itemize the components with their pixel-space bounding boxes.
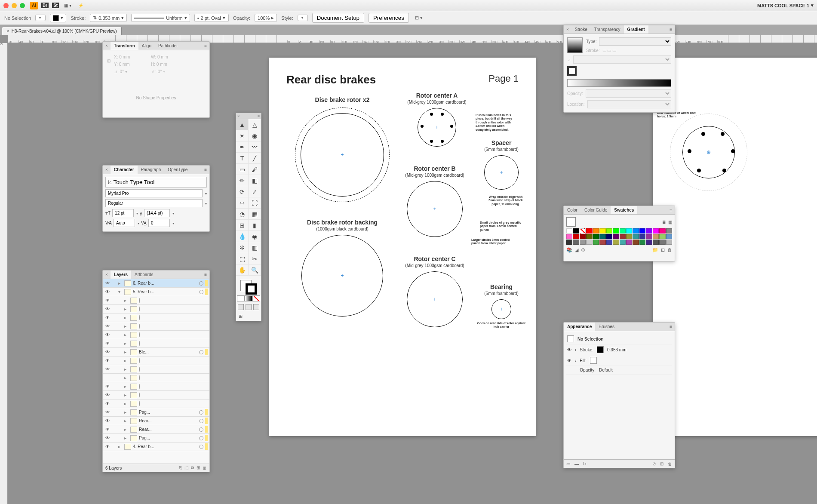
tab-transparency[interactable]: Transparency	[591, 25, 624, 34]
swatch[interactable]	[613, 240, 619, 245]
panel-menu-icon[interactable]: ≡	[667, 206, 675, 214]
swatch[interactable]	[606, 240, 612, 245]
visibility-icon[interactable]: 👁	[104, 384, 111, 389]
swatch[interactable]	[653, 234, 659, 239]
swatch[interactable]	[580, 228, 586, 234]
document-setup-button[interactable]: Document Setup	[312, 13, 364, 23]
tab-layers[interactable]: Layers	[111, 270, 131, 279]
visibility-icon[interactable]: 👁	[104, 410, 111, 415]
curvature-tool[interactable]: 〰	[249, 141, 261, 153]
opacity-input[interactable]: 100% ▸	[255, 14, 277, 22]
pen-tool[interactable]: ✒	[236, 141, 249, 153]
gpu-icon[interactable]: ⚡	[77, 2, 85, 9]
edit-toolbar-icon[interactable]: ⊞	[236, 312, 261, 321]
disclosure-icon[interactable]: ▸	[124, 427, 129, 432]
zoom-window[interactable]	[20, 3, 25, 8]
eraser-tool[interactable]: ◧	[249, 175, 261, 186]
layer-row[interactable]: 👁 ▸	[103, 322, 209, 331]
disclosure-icon[interactable]: ▸	[124, 307, 129, 311]
tab-brushes[interactable]: Brushes	[595, 323, 618, 331]
tab-artboards[interactable]: Artboards	[131, 270, 157, 279]
gradient-preview[interactable]	[567, 37, 583, 53]
target-icon[interactable]	[199, 410, 203, 415]
panel-close-icon[interactable]: ×	[237, 114, 240, 118]
stroke-dropdown[interactable]: ▾	[50, 14, 66, 22]
zoom-tool[interactable]: 🔍	[249, 264, 261, 276]
target-icon[interactable]	[139, 393, 140, 397]
shape-builder-tool[interactable]: ◔	[236, 209, 249, 220]
visibility-icon[interactable]: 👁	[104, 332, 111, 337]
brush-dropdown[interactable]: • 2 pt. Oval ▾	[194, 14, 229, 22]
slice-tool[interactable]: ✂	[249, 253, 261, 264]
swatch[interactable]	[613, 228, 619, 234]
swatch[interactable]	[573, 228, 579, 234]
bridge-icon[interactable]: Br	[41, 3, 49, 8]
stroke-profile-dropdown[interactable]: Uniform ▾	[131, 14, 190, 22]
visibility-icon[interactable]: 👁	[104, 315, 111, 320]
swatch[interactable]	[593, 228, 599, 234]
layer-row[interactable]: 👁 ▸	[103, 391, 209, 400]
layer-row[interactable]: 👁 ▸	[103, 313, 209, 322]
tab-transform[interactable]: Transform	[111, 42, 138, 50]
swatch[interactable]	[666, 228, 672, 234]
disclosure-icon[interactable]: ▸	[124, 418, 129, 423]
tab-appearance[interactable]: Appearance	[564, 323, 595, 331]
tab-close-icon[interactable]: ×	[6, 29, 9, 34]
panel-close-icon[interactable]: ×	[103, 166, 111, 173]
visibility-icon[interactable]: 👁	[104, 444, 111, 449]
swatch[interactable]	[639, 228, 645, 234]
layer-row[interactable]: 👁 ▸	[103, 296, 209, 305]
swatch[interactable]	[580, 240, 586, 245]
tab-character[interactable]: Character	[111, 166, 138, 174]
add-effect-icon[interactable]: fx.	[583, 461, 588, 466]
layer-row[interactable]: ▸	[103, 374, 209, 382]
layer-name[interactable]	[139, 324, 208, 329]
swatch[interactable]	[633, 240, 639, 245]
layer-name[interactable]	[139, 307, 208, 311]
target-icon[interactable]	[139, 375, 140, 380]
target-icon[interactable]	[139, 341, 140, 346]
shaper-tool[interactable]: ✏	[236, 175, 249, 186]
disclosure-icon[interactable]: ▸	[124, 367, 129, 372]
direct-selection-tool[interactable]: △	[249, 119, 261, 130]
make-clip-icon[interactable]: ⬚	[184, 465, 188, 470]
visibility-icon[interactable]: 👁	[104, 350, 111, 354]
target-icon[interactable]	[139, 384, 140, 389]
locate-icon[interactable]: ⎘	[179, 465, 182, 470]
visibility-icon[interactable]: 👁	[104, 367, 111, 372]
tab-stroke[interactable]: Stroke	[571, 25, 591, 34]
target-icon[interactable]	[199, 436, 203, 440]
target-icon[interactable]	[139, 367, 140, 372]
swatch[interactable]	[606, 234, 612, 239]
style-dropdown[interactable]	[298, 15, 308, 21]
layer-name[interactable]: 6. Rear b...	[133, 281, 197, 286]
close-window[interactable]	[3, 3, 9, 8]
target-icon[interactable]	[199, 290, 203, 294]
document-tab[interactable]: × H3-Rear-Brakes-v04.ai @ 100% (CMYK/GPU…	[2, 27, 122, 35]
swatch[interactable]	[573, 234, 579, 239]
swatch[interactable]	[666, 234, 672, 239]
layer-row[interactable]: 👁 ▸ Rear...	[103, 425, 209, 434]
disclosure-icon[interactable]: ▸	[124, 298, 129, 303]
add-fill-icon[interactable]: ▬	[574, 461, 579, 466]
artboard-tool[interactable]: ⬚	[236, 253, 249, 264]
lasso-tool[interactable]: ◉	[249, 130, 261, 141]
rectangle-tool[interactable]: ▭	[236, 164, 249, 175]
swatch[interactable]	[586, 234, 592, 239]
layer-row[interactable]: 👁 ▾ 5. Rear b...	[103, 288, 209, 296]
disclosure-icon[interactable]: ▸	[118, 444, 123, 449]
blend-tool[interactable]: ◉	[249, 231, 261, 242]
screen-mode-buttons[interactable]	[236, 302, 261, 312]
tab-color-guide[interactable]: Color Guide	[581, 206, 611, 214]
appearance-opacity-row[interactable]: 👁›Opacity:Default	[566, 366, 672, 375]
swatch[interactable]	[620, 234, 626, 239]
fill-dropdown[interactable]	[35, 15, 46, 21]
touch-type-button[interactable]: ⟀ Touch Type Tool	[105, 177, 207, 187]
layer-row[interactable]: 👁 ▸	[103, 356, 209, 365]
mesh-tool[interactable]: ⊞	[236, 220, 249, 231]
visibility-icon[interactable]: 👁	[104, 298, 111, 303]
stroke-weight-input[interactable]: ⇅ 0.353 mm ▾	[90, 14, 127, 22]
visibility-icon[interactable]: 👁	[104, 401, 111, 406]
tab-swatches[interactable]: Swatches	[611, 206, 637, 214]
swatch[interactable]	[620, 240, 626, 245]
